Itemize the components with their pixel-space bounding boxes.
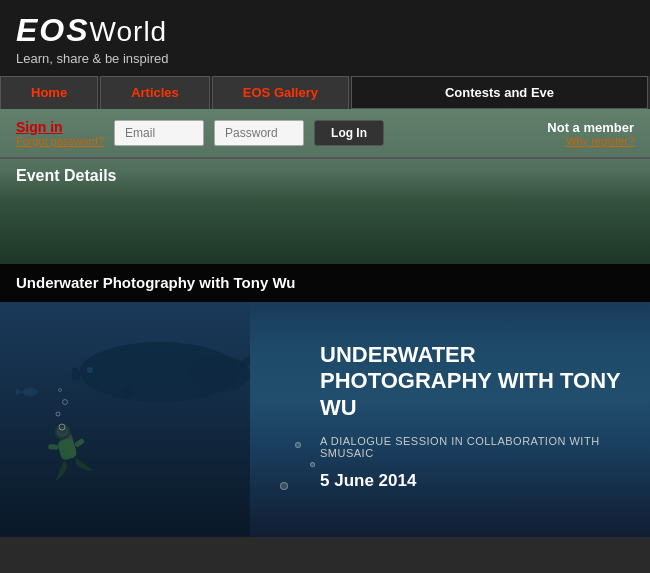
svg-rect-9 (48, 444, 58, 450)
hero-area: Sign in Forgot password? Log In Not a me… (0, 109, 650, 264)
logo-world: World (90, 16, 168, 48)
forgot-password-link[interactable]: Forgot password? (16, 135, 104, 147)
event-details-bar: Event Details (0, 157, 650, 193)
bubble-1 (280, 482, 288, 490)
bubble-3 (295, 442, 301, 448)
svg-point-3 (87, 367, 93, 373)
event-main-title: UNDERWATER PHOTOGRAPHY WITH TONY WU (320, 342, 630, 421)
event-bar-title: Underwater Photography with Tony Wu (16, 274, 295, 291)
logo-area: EOS World (16, 12, 634, 49)
not-member-area: Not a member Why register? (547, 120, 634, 147)
event-title-bar: Underwater Photography with Tony Wu (0, 264, 650, 302)
event-details-heading: Event Details (16, 167, 116, 184)
svg-rect-0 (0, 302, 250, 537)
main-nav: Home Articles EOS Gallery Contests and E… (0, 76, 650, 109)
password-input[interactable] (214, 120, 304, 146)
signin-bar: Sign in Forgot password? Log In Not a me… (0, 109, 650, 157)
nav-articles[interactable]: Articles (100, 76, 210, 109)
why-register-link[interactable]: Why register? (547, 135, 634, 147)
nav-home[interactable]: Home (0, 76, 98, 109)
event-subtitle: A DIALOGUE SESSION IN COLLABORATION WITH… (320, 435, 630, 459)
logo-tagline: Learn, share & be inspired (16, 51, 634, 66)
nav-contests[interactable]: Contests and Eve (351, 76, 648, 109)
email-input[interactable] (114, 120, 204, 146)
event-date: 5 June 2014 (320, 471, 630, 491)
signin-link[interactable]: Sign in (16, 119, 104, 135)
event-text-overlay: UNDERWATER PHOTOGRAPHY WITH TONY WU A DI… (300, 342, 650, 491)
nav-eos-gallery[interactable]: EOS Gallery (212, 76, 349, 109)
logo-eos: EOS (16, 12, 90, 49)
event-content-area: UNDERWATER PHOTOGRAPHY WITH TONY WU A DI… (0, 302, 650, 537)
not-member-text: Not a member (547, 120, 634, 135)
diver-illustration (0, 302, 250, 537)
bubble-2 (310, 462, 315, 467)
login-button[interactable]: Log In (314, 120, 384, 146)
site-header: EOS World Learn, share & be inspired (0, 0, 650, 76)
svg-point-15 (22, 388, 38, 396)
signin-label-area: Sign in Forgot password? (16, 119, 104, 147)
